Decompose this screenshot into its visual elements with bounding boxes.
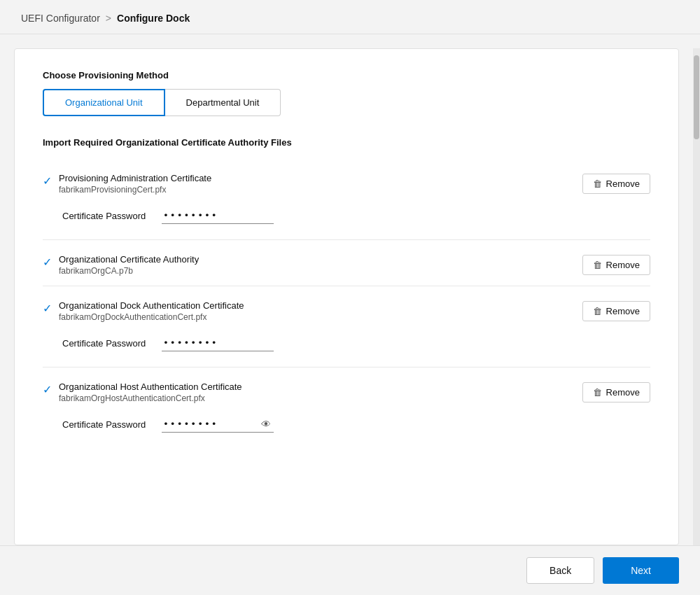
password-input-wrap-org-host-auth: 👁 — [162, 416, 274, 433]
cert-details-org-ca: Organizational Certificate Authority fab… — [59, 254, 199, 276]
breadcrumb-separator: > — [106, 13, 111, 24]
cert-name-org-ca: Organizational Certificate Authority — [59, 254, 199, 265]
trash-icon-org-host-auth: 🗑 — [593, 387, 602, 398]
password-row-org-host-auth: Certificate Password 👁 — [43, 410, 650, 445]
next-button[interactable]: Next — [603, 557, 679, 584]
tab-organizational-unit[interactable]: Organizational Unit — [43, 89, 165, 116]
password-label-prov-admin: Certificate Password — [62, 211, 153, 221]
breadcrumb-current: Configure Dock — [117, 13, 190, 24]
scrollbar-track[interactable] — [693, 48, 700, 545]
remove-label-org-ca: Remove — [606, 260, 640, 270]
cert-block-prov-admin: ✓ Provisioning Administration Certificat… — [43, 162, 650, 237]
remove-label-org-host-auth: Remove — [606, 387, 640, 398]
scrollbar-thumb[interactable] — [694, 55, 699, 139]
password-input-prov-admin[interactable] — [162, 207, 274, 224]
cert-block-org-ca: ✓ Organizational Certificate Authority f… — [43, 243, 650, 283]
divider-2 — [43, 286, 650, 286]
remove-label-prov-admin: Remove — [606, 178, 640, 189]
cert-filename-prov-admin: fabrikamProvisioningCert.pfx — [59, 185, 211, 195]
breadcrumb-parent: UEFI Configurator — [21, 13, 100, 24]
cert-info-org-ca: ✓ Organizational Certificate Authority f… — [43, 254, 199, 276]
cert-name-org-dock-auth: Organizational Dock Authentication Certi… — [59, 300, 244, 311]
password-row-org-dock-auth: Certificate Password — [43, 329, 650, 364]
main-content: Choose Provisioning Method Organizationa… — [0, 34, 700, 545]
cert-block-org-host-auth: ✓ Organizational Host Authentication Cer… — [43, 370, 650, 445]
provisioning-tab-group: Organizational Unit Departmental Unit — [43, 89, 650, 116]
trash-icon-org-dock-auth: 🗑 — [593, 306, 602, 316]
remove-button-org-host-auth[interactable]: 🗑 Remove — [582, 382, 650, 402]
cert-row-org-ca: ✓ Organizational Certificate Authority f… — [43, 243, 650, 283]
password-input-org-host-auth[interactable] — [162, 416, 274, 433]
provisioning-section-title: Choose Provisioning Method — [43, 70, 650, 80]
check-icon-org-ca: ✓ — [43, 255, 52, 269]
header: UEFI Configurator > Configure Dock — [0, 0, 700, 34]
divider-1 — [43, 239, 650, 240]
cert-block-org-dock-auth: ✓ Organizational Dock Authentication Cer… — [43, 289, 650, 364]
cert-row-prov-admin: ✓ Provisioning Administration Certificat… — [43, 162, 650, 202]
import-section-title: Import Required Organizational Certifica… — [43, 137, 650, 148]
password-row-prov-admin: Certificate Password — [43, 202, 650, 237]
password-label-org-host-auth: Certificate Password — [62, 419, 153, 430]
trash-icon-org-ca: 🗑 — [593, 260, 602, 270]
check-icon-org-dock-auth: ✓ — [43, 302, 52, 315]
cert-filename-org-host-auth: fabrikamOrgHostAuthenticationCert.pfx — [59, 393, 242, 403]
cert-info-prov-admin: ✓ Provisioning Administration Certificat… — [43, 173, 211, 195]
check-icon-prov-admin: ✓ — [43, 174, 52, 188]
check-icon-org-host-auth: ✓ — [43, 383, 52, 396]
password-input-org-dock-auth[interactable] — [162, 335, 274, 351]
cert-name-org-host-auth: Organizational Host Authentication Certi… — [59, 382, 242, 392]
remove-button-org-ca[interactable]: 🗑 Remove — [582, 255, 650, 275]
cert-name-prov-admin: Provisioning Administration Certificate — [59, 173, 211, 183]
back-button[interactable]: Back — [526, 557, 594, 584]
remove-button-prov-admin[interactable]: 🗑 Remove — [582, 174, 650, 194]
tab-departmental-unit[interactable]: Departmental Unit — [165, 89, 281, 116]
content-area: Choose Provisioning Method Organizationa… — [14, 48, 679, 545]
cert-details-org-dock-auth: Organizational Dock Authentication Certi… — [59, 300, 244, 322]
trash-icon-prov-admin: 🗑 — [593, 178, 602, 189]
remove-label-org-dock-auth: Remove — [606, 306, 640, 316]
cert-row-org-host-auth: ✓ Organizational Host Authentication Cer… — [43, 370, 650, 410]
divider-3 — [43, 367, 650, 368]
password-input-wrap-prov-admin — [162, 207, 274, 224]
cert-details-prov-admin: Provisioning Administration Certificate … — [59, 173, 211, 195]
cert-filename-org-dock-auth: fabrikamOrgDockAuthenticationCert.pfx — [59, 312, 244, 322]
password-input-wrap-org-dock-auth — [162, 335, 274, 351]
footer: Back Next — [0, 545, 700, 595]
password-label-org-dock-auth: Certificate Password — [62, 338, 153, 349]
cert-filename-org-ca: fabrikamOrgCA.p7b — [59, 266, 199, 276]
eye-icon-org-host-auth[interactable]: 👁 — [261, 419, 271, 430]
cert-details-org-host-auth: Organizational Host Authentication Certi… — [59, 382, 242, 403]
cert-info-org-dock-auth: ✓ Organizational Dock Authentication Cer… — [43, 300, 244, 322]
remove-button-org-dock-auth[interactable]: 🗑 Remove — [582, 301, 650, 321]
cert-row-org-dock-auth: ✓ Organizational Dock Authentication Cer… — [43, 289, 650, 329]
cert-info-org-host-auth: ✓ Organizational Host Authentication Cer… — [43, 382, 242, 403]
